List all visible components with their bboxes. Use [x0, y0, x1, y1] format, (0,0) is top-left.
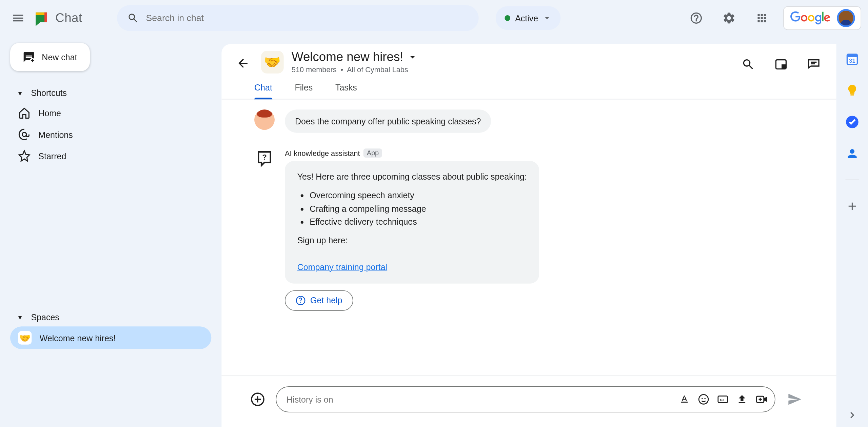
right-side-panel: 31 [836, 44, 868, 427]
message-composer[interactable]: GIF [276, 386, 775, 412]
help-icon [689, 11, 703, 25]
arrow-left-icon [236, 57, 250, 70]
search-bar[interactable] [117, 5, 479, 31]
apps-icon [755, 12, 768, 24]
space-emoji-icon: 🤝 [18, 331, 32, 345]
space-header-actions [737, 53, 825, 76]
back-button[interactable] [233, 53, 253, 74]
gif-button[interactable]: GIF [717, 394, 728, 405]
ai-avatar: ? [254, 148, 275, 169]
send-icon [787, 392, 802, 407]
sidepanel-divider [845, 180, 859, 180]
new-chat-button[interactable]: New chat [10, 43, 90, 71]
space-tabs: Chat Files Tasks [221, 76, 836, 99]
app-name: Chat [55, 11, 82, 25]
gear-icon [722, 11, 736, 25]
top-bar: Chat Active [0, 0, 868, 36]
svg-text:GIF: GIF [720, 398, 726, 402]
composer-area: GIF [221, 375, 836, 427]
space-title-block: Welcome new hires! 510 members • All of … [292, 50, 418, 74]
sidebar-item-home[interactable]: Home [10, 102, 211, 124]
status-dot-icon [505, 15, 511, 21]
svg-point-7 [702, 398, 703, 399]
video-button[interactable] [755, 393, 768, 406]
sidepanel-tasks[interactable] [844, 114, 860, 130]
plus-circle-icon [250, 392, 265, 407]
sidebar-item-mentions[interactable]: Mentions [10, 124, 211, 145]
sidepanel-contacts[interactable] [844, 146, 860, 162]
chat-logo-icon [32, 8, 51, 28]
space-search-button[interactable] [737, 53, 760, 76]
svg-point-8 [704, 398, 706, 399]
text-format-icon [679, 394, 690, 405]
spaces-header[interactable]: ▼ Spaces [10, 308, 211, 326]
upload-button[interactable] [736, 394, 748, 405]
search-input[interactable] [146, 13, 469, 23]
upload-icon [736, 394, 748, 405]
training-portal-link[interactable]: Company training portal [297, 262, 387, 271]
ai-message-bubble: Yes! Here are three upcoming classes abo… [285, 161, 539, 283]
caret-down-icon: ▼ [17, 314, 23, 321]
thread-panel-button[interactable] [803, 53, 825, 76]
caret-down-icon: ▼ [17, 89, 23, 96]
ai-message-block: AI knowledge assistant App Yes! Here are… [285, 148, 539, 310]
sidebar-item-starred[interactable]: Starred [10, 145, 211, 166]
account-switcher[interactable] [783, 6, 861, 30]
main-menu-button[interactable] [7, 7, 29, 29]
send-button[interactable] [783, 388, 806, 411]
sidepanel-keep[interactable] [844, 82, 860, 98]
sidepanel-calendar[interactable]: 31 [844, 51, 860, 67]
toggle-sidepanel-button[interactable] [770, 53, 792, 76]
space-title[interactable]: Welcome new hires! [292, 50, 418, 64]
message-user: Does the company offer public speaking c… [254, 109, 804, 133]
tasks-icon [845, 115, 859, 129]
person-icon [845, 147, 859, 160]
shortcuts-section: ▼ Shortcuts Home Mentions Starred [10, 84, 211, 167]
shortcuts-header[interactable]: ▼ Shortcuts [10, 84, 211, 102]
tab-tasks[interactable]: Tasks [335, 82, 357, 99]
sidepanel-add[interactable] [844, 198, 860, 214]
tab-files[interactable]: Files [295, 82, 313, 99]
get-help-button[interactable]: Get help [285, 290, 353, 310]
format-button[interactable] [679, 394, 690, 405]
user-message-avatar [254, 109, 275, 130]
calendar-icon: 31 [845, 52, 859, 65]
svg-point-6 [699, 394, 708, 404]
tab-chat[interactable]: Chat [254, 82, 272, 99]
new-chat-icon [23, 51, 35, 63]
messages-area: Does the company offer public speaking c… [221, 99, 836, 375]
settings-button[interactable] [718, 7, 741, 29]
status-pill[interactable]: Active [496, 6, 561, 30]
space-header: 🤝 Welcome new hires! 510 members • All o… [221, 44, 836, 76]
left-sidebar: New chat ▼ Shortcuts Home Mentions Starr… [0, 36, 221, 427]
sidepanel-collapse[interactable] [846, 409, 859, 422]
emoji-icon [698, 394, 709, 405]
home-icon [18, 107, 31, 119]
space-avatar: 🤝 [261, 51, 284, 74]
search-icon [127, 12, 139, 24]
status-label: Active [515, 13, 538, 23]
help-button[interactable] [685, 7, 708, 29]
space-item-welcome-new-hires[interactable]: 🤝 Welcome new hires! [10, 326, 211, 349]
panel-icon [774, 58, 788, 71]
chevron-down-icon [407, 52, 418, 63]
google-logo-icon [789, 11, 831, 25]
main-panel: 🤝 Welcome new hires! 510 members • All o… [221, 44, 836, 427]
message-input[interactable] [287, 394, 679, 404]
space-subtitle: 510 members • All of Cymbal Labs [292, 65, 418, 74]
chat-logo[interactable]: Chat [32, 8, 82, 28]
emoji-button[interactable] [698, 394, 709, 405]
ai-sender-name: AI knowledge assistant App [285, 148, 539, 158]
app-badge: App [363, 148, 382, 158]
apps-button[interactable] [750, 7, 773, 29]
topbar-right [685, 6, 861, 30]
svg-text:31: 31 [849, 58, 855, 64]
new-chat-label: New chat [42, 52, 77, 62]
user-message-bubble: Does the company offer public speaking c… [285, 109, 491, 133]
video-plus-icon [755, 393, 768, 406]
svg-rect-2 [782, 64, 786, 69]
star-icon [18, 150, 31, 162]
add-attachment-button[interactable] [248, 389, 268, 409]
plus-icon [846, 200, 859, 212]
keep-icon [845, 84, 859, 97]
